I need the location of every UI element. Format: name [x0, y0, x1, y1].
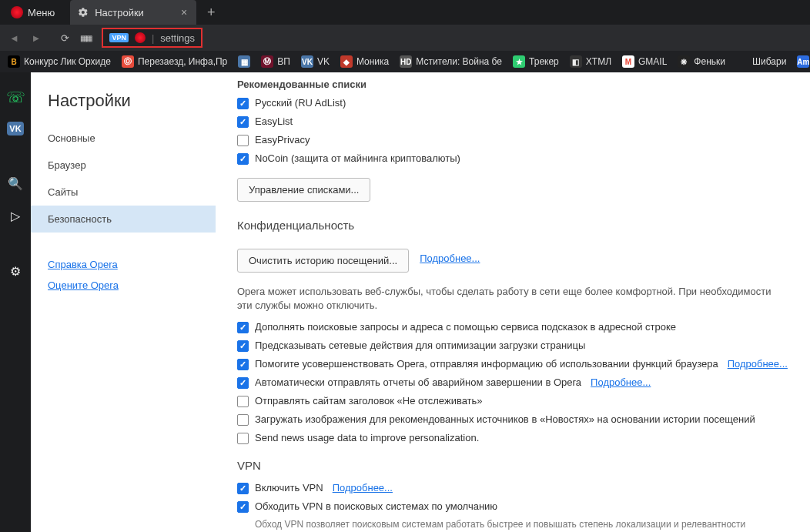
more-link[interactable]: Подробнее...	[728, 357, 788, 371]
privacy-description: Opera может использовать веб-службы, что…	[237, 285, 788, 313]
vpn-badge[interactable]: VPN	[109, 33, 129, 42]
bookmark-item[interactable]: ⓄПерезаезд, Инфа,Пр	[122, 55, 227, 68]
settings-sidebar: Настройки ОсновныеБраузерСайтыБезопаснос…	[31, 72, 216, 532]
bookmark-icon: Ⓜ	[261, 55, 273, 68]
bookmark-label: ХТМЛ	[586, 56, 611, 67]
privacy-label: Отправлять сайтам заголовок «Не отслежив…	[255, 394, 483, 408]
checkbox[interactable]	[237, 414, 249, 426]
nav-item-3[interactable]: Безопасность	[31, 206, 216, 233]
search-icon[interactable]: 🔍	[8, 176, 23, 191]
bookmark-item[interactable]: Am	[797, 55, 809, 68]
bookmark-item[interactable]: ◆Моника	[340, 55, 389, 68]
vpn-row: Обходить VPN в поисковых системах по умо…	[237, 500, 788, 514]
privacy-row: Дополнять поисковые запросы и адреса с п…	[237, 320, 788, 334]
tab-bar: Меню Настройки × +	[0, 0, 810, 25]
clear-history-button[interactable]: Очистить историю посещений...	[237, 249, 409, 273]
menu-label: Меню	[28, 7, 55, 18]
nav-item-1[interactable]: Браузер	[31, 152, 216, 179]
new-tab-button[interactable]: +	[207, 5, 216, 21]
privacy-label: Помогите усовершенствовать Opera, отправ…	[255, 357, 718, 371]
menu-button[interactable]: Меню	[0, 0, 65, 25]
bookmark-item[interactable]: Шибари	[736, 55, 786, 68]
reload-button[interactable]: ⟳	[61, 32, 69, 44]
bookmark-icon: Ⓞ	[122, 55, 134, 68]
rec-label: EasyList	[255, 115, 293, 129]
rec-label: Русский (RU AdList)	[255, 96, 346, 110]
bookmark-icon: ❋	[678, 55, 690, 68]
bookmark-icon	[736, 55, 748, 68]
bookmark-item[interactable]: ◧ХТМЛ	[570, 55, 611, 68]
checkbox[interactable]	[237, 153, 249, 165]
speed-dial-icon[interactable]: ▦▦	[80, 34, 91, 42]
bookmark-item[interactable]: MGMAIL	[622, 55, 667, 68]
bookmark-label: Шибари	[752, 56, 786, 67]
bookmark-item[interactable]: ▦	[238, 55, 250, 68]
checkbox[interactable]	[237, 483, 249, 494]
bookmark-label: VK	[317, 56, 330, 67]
privacy-row: Send news usage data to improve personal…	[237, 431, 788, 445]
bookmark-label: Конкурс Лик Орхиде	[24, 56, 111, 67]
bookmark-icon: B	[8, 55, 20, 68]
settings-rail-icon[interactable]: ⚙	[8, 263, 23, 279]
browser-tab[interactable]: Настройки ×	[70, 0, 196, 25]
manage-lists-button[interactable]: Управление списками...	[237, 178, 370, 202]
bookmark-item[interactable]: HDМстители: Война бе	[400, 55, 502, 68]
more-link[interactable]: Подробнее...	[333, 481, 393, 495]
privacy-more-link[interactable]: Подробнее...	[420, 253, 480, 264]
play-icon[interactable]: ▷	[8, 208, 23, 223]
opera-url-icon	[135, 32, 146, 43]
checkbox[interactable]	[237, 396, 249, 407]
settings-content: Рекомендованные списки Русский (RU AdLis…	[216, 72, 810, 532]
checkbox[interactable]	[237, 340, 249, 352]
checkbox[interactable]	[237, 377, 249, 389]
nav-item-2[interactable]: Сайты	[31, 179, 216, 206]
bookmark-label: Перезаезд, Инфа,Пр	[138, 56, 227, 67]
bookmark-icon: Am	[797, 55, 809, 68]
whatsapp-icon[interactable]: ☏	[8, 89, 23, 105]
privacy-label: Загружать изображения для рекомендованны…	[255, 413, 755, 427]
bookmark-label: GMAIL	[638, 56, 667, 67]
bookmark-icon: ★	[513, 55, 525, 68]
vpn-label: Включить VPN	[255, 481, 323, 495]
vpn-title: VPN	[237, 459, 788, 472]
privacy-row: Отправлять сайтам заголовок «Не отслежив…	[237, 394, 788, 408]
more-link[interactable]: Подробнее...	[591, 376, 651, 390]
bookmarks-bar: BКонкурс Лик ОрхидеⓄПерезаезд, Инфа,Пр▦Ⓜ…	[0, 51, 810, 72]
bookmark-icon: HD	[400, 55, 412, 68]
checkbox[interactable]	[237, 322, 249, 333]
rec-row: EasyList	[237, 115, 788, 129]
rec-lists-title: Рекомендованные списки	[237, 79, 788, 90]
checkbox[interactable]	[237, 98, 249, 109]
bookmark-item[interactable]: ❋Феньки	[678, 55, 725, 68]
vk-icon[interactable]: VK	[7, 122, 24, 136]
help-link[interactable]: Справка Opera	[31, 254, 216, 275]
bookmark-icon: VK	[301, 55, 313, 68]
bookmark-item[interactable]: ⓂВП	[261, 55, 290, 68]
rec-label: EasyPrivacy	[255, 133, 310, 147]
opera-logo-icon	[11, 6, 23, 18]
bookmark-icon: ▦	[238, 55, 250, 68]
privacy-label: Send news usage data to improve personal…	[255, 431, 479, 445]
address-box[interactable]: VPN | settings	[102, 28, 202, 48]
tab-close-icon[interactable]: ×	[181, 6, 187, 18]
settings-title: Настройки	[31, 91, 216, 125]
checkbox[interactable]	[237, 359, 249, 370]
rate-link[interactable]: Оцените Opera	[31, 275, 216, 296]
back-button[interactable]: ◄	[9, 32, 19, 44]
rec-label: NoCoin (защита от майнинга криптовалюты)	[255, 152, 460, 166]
bookmark-item[interactable]: VKVK	[301, 55, 330, 68]
privacy-row: Предсказывать сетевые действия для оптим…	[237, 339, 788, 353]
rec-row: NoCoin (защита от майнинга криптовалюты)	[237, 152, 788, 166]
address-bar: ◄ ► ⟳ ▦▦ VPN | settings	[0, 25, 810, 51]
bookmark-icon: M	[622, 55, 634, 68]
nav-item-0[interactable]: Основные	[31, 125, 216, 152]
checkbox[interactable]	[237, 501, 249, 513]
checkbox[interactable]	[237, 116, 249, 128]
bookmark-label: Мстители: Война бе	[416, 56, 502, 67]
privacy-label: Предсказывать сетевые действия для оптим…	[255, 339, 585, 353]
checkbox[interactable]	[237, 135, 249, 146]
forward-button[interactable]: ►	[32, 32, 42, 44]
checkbox[interactable]	[237, 433, 249, 444]
bookmark-item[interactable]: BКонкурс Лик Орхиде	[8, 55, 111, 68]
bookmark-item[interactable]: ★Трекер	[513, 55, 559, 68]
